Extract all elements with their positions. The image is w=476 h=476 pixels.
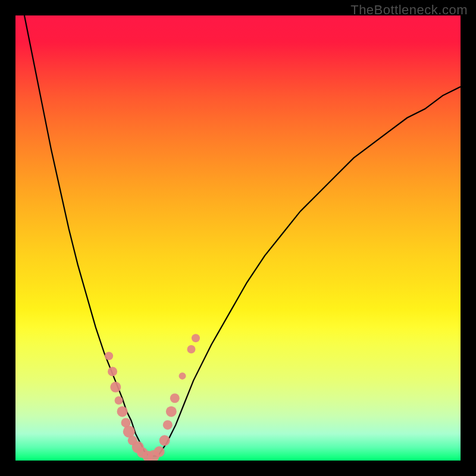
watermark-text: TheBottleneck.com xyxy=(350,2,468,18)
gradient-background xyxy=(15,15,461,461)
chart-frame: TheBottleneck.com xyxy=(0,0,476,476)
